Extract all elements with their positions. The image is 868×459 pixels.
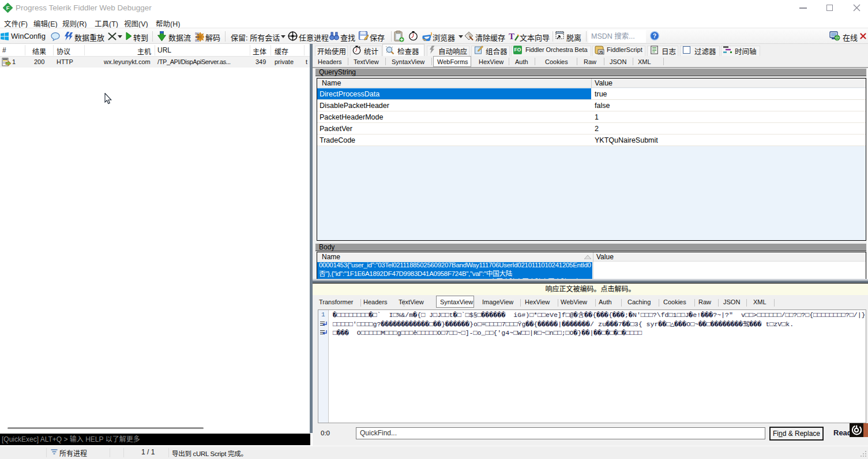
svg-text:F: F [6,5,10,11]
svg-text:?: ? [653,32,656,39]
svg-text:JS: JS [599,50,604,54]
svg-text:T: T [509,32,514,41]
svg-text:01: 01 [195,39,200,42]
